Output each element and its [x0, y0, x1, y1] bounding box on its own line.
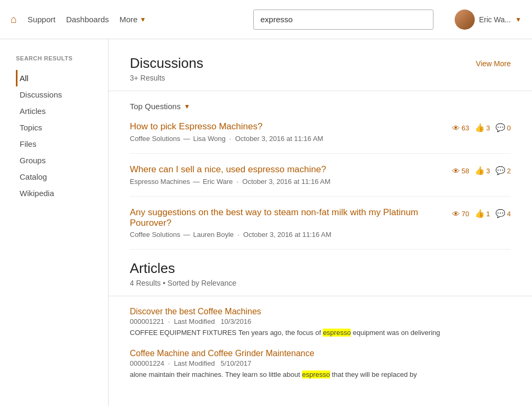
article-title-2[interactable]: Coffee Machine and Coffee Grinder Mainte… [130, 349, 314, 358]
article-title-1[interactable]: Discover the best Coffee Machines [130, 307, 261, 316]
discussion-title-3[interactable]: Any suggestions on the best way to steam… [130, 207, 441, 228]
eye-icon-2: 👁 [452, 166, 460, 175]
likes-count-3: 1 [486, 210, 490, 218]
discussion-title-2[interactable]: Where can I sell a nice, used espresso m… [130, 164, 441, 175]
filter-label[interactable]: Top Questions [130, 102, 181, 111]
avatar [455, 10, 475, 30]
article-modified-date-1: 10/3/2016 [220, 317, 251, 325]
home-icon[interactable]: ⌂ [11, 13, 17, 25]
sidebar-item-wikipedia[interactable]: Wikipedia [16, 185, 97, 201]
thumb-icon-1: 👍 [475, 123, 485, 133]
snippet-after-1: equipment was on delivering [351, 329, 440, 337]
articles-count: 4 Results • Sorted by Relevance [130, 279, 511, 287]
views-count-3: 70 [462, 210, 469, 218]
views-count-2: 58 [462, 167, 469, 175]
chat-icon-3: 💬 [495, 209, 506, 218]
likes-stat-1: 👍 3 [475, 123, 490, 133]
views-count-1: 63 [462, 124, 469, 132]
eye-icon-1: 👁 [452, 123, 460, 133]
articles-section: Articles 4 Results • Sorted by Relevance… [130, 260, 511, 379]
discussion-date-1: October 3, 2016 at 11:16 AM [235, 135, 323, 143]
nav-dashboards[interactable]: Dashboards [66, 15, 109, 24]
filter-row[interactable]: Top Questions ▼ [130, 102, 511, 111]
discussion-stats-1: 👁 63 👍 3 💬 0 [452, 121, 511, 133]
discussion-category-2: Espresso Machines [130, 178, 190, 186]
thumb-icon-3: 👍 [475, 209, 485, 218]
discussion-stats-2: 👁 58 👍 3 💬 2 [452, 164, 511, 175]
sidebar-item-catalog[interactable]: Catalog [16, 169, 97, 185]
nav-support[interactable]: Support [28, 15, 56, 24]
header-nav: ⌂ Support Dashboards More ▼ [11, 13, 233, 25]
views-stat-3: 👁 70 [452, 209, 469, 218]
discussion-meta-3: Coffee Solutions — Lauren Boyle · Octobe… [130, 231, 511, 239]
snippet-highlight-2: espresso [302, 370, 330, 378]
sidebar-item-topics[interactable]: Topics [16, 119, 97, 136]
snippet-before-2: alone maintain their machines. They lear… [130, 370, 302, 378]
comments-count-3: 4 [507, 210, 511, 218]
snippet-before-1: COFFEE EQUIPMENT FIXTURES Ten years ago,… [130, 329, 323, 337]
filter-arrow[interactable]: ▼ [184, 103, 190, 110]
article-id-2: 000001224 [130, 359, 164, 367]
sidebar-item-groups[interactable]: Groups [16, 152, 97, 169]
discussion-author-1: Lisa Wong [193, 135, 225, 143]
sidebar-title: SEARCH RESULTS [16, 55, 97, 61]
article-modified-label-1: Last Modified [174, 317, 215, 325]
discussion-date-2: October 3, 2016 at 11:16 AM [242, 178, 330, 186]
discussion-category-1: Coffee Solutions [130, 135, 180, 143]
sidebar-item-discussions[interactable]: Discussions [16, 86, 97, 103]
likes-stat-3: 👍 1 [475, 209, 490, 218]
snippet-highlight-1: espresso [323, 329, 351, 337]
nav-more[interactable]: More ▼ [120, 15, 146, 24]
comments-count-2: 2 [507, 167, 511, 175]
discussions-title: Discussions [130, 55, 203, 72]
snippet-after-2: that they will be replaced by [330, 370, 417, 378]
sidebar-item-articles[interactable]: Articles [16, 103, 97, 119]
sidebar-item-all[interactable]: All [16, 70, 97, 86]
article-item-2: Coffee Machine and Coffee Grinder Mainte… [130, 349, 511, 380]
search-input[interactable] [253, 10, 433, 30]
discussion-item-3: Any suggestions on the best way to steam… [130, 207, 511, 250]
discussion-row-2: Where can I sell a nice, used espresso m… [130, 164, 511, 175]
nav-more-arrow: ▼ [140, 16, 146, 23]
article-item-1: Discover the best Coffee Machines 000001… [130, 307, 511, 338]
discussion-item: How to pick Espresso Machines? 👁 63 👍 3 … [130, 121, 511, 154]
article-modified-date-2: 5/10/2017 [220, 359, 251, 367]
view-more-link[interactable]: View More [476, 55, 511, 68]
article-meta-1: 000001221 · Last Modified 10/3/2016 [130, 317, 511, 325]
thumb-icon-2: 👍 [475, 166, 485, 175]
discussion-meta-1: Coffee Solutions — Lisa Wong · October 3… [130, 135, 511, 143]
discussions-divider [109, 91, 532, 91]
discussion-title-1[interactable]: How to pick Espresso Machines? [130, 121, 441, 132]
discussion-row-3: Any suggestions on the best way to steam… [130, 207, 511, 228]
likes-count-2: 3 [486, 167, 490, 175]
comments-stat-2: 💬 2 [495, 166, 511, 175]
sidebar-item-files[interactable]: Files [16, 136, 97, 152]
article-snippet-1: COFFEE EQUIPMENT FIXTURES Ten years ago,… [130, 328, 511, 338]
content: Discussions View More 3+ Results Top Que… [109, 39, 532, 406]
likes-stat-2: 👍 3 [475, 166, 490, 175]
eye-icon-3: 👁 [452, 209, 460, 218]
discussion-row-1: How to pick Espresso Machines? 👁 63 👍 3 … [130, 121, 511, 133]
likes-count-1: 3 [486, 124, 490, 132]
user-dropdown-arrow: ▼ [515, 16, 521, 23]
discussions-count: 3+ Results [130, 74, 511, 82]
article-modified-label-2: Last Modified [174, 359, 215, 367]
comments-stat-3: 💬 4 [495, 209, 511, 218]
discussions-header: Discussions View More [130, 55, 511, 72]
articles-title: Articles [130, 260, 175, 277]
discussion-author-3: Lauren Boyle [193, 231, 234, 239]
discussion-author-2: Eric Ware [203, 178, 233, 186]
views-stat-1: 👁 63 [452, 123, 469, 133]
search-box-wrap [233, 10, 455, 30]
chat-icon-2: 💬 [495, 166, 506, 175]
main-layout: SEARCH RESULTS All Discussions Articles … [0, 39, 532, 406]
sidebar-items: All Discussions Articles Topics Files Gr… [16, 70, 97, 201]
header: ⌂ Support Dashboards More ▼ Eric Wa... ▼ [0, 0, 532, 39]
article-snippet-2: alone maintain their machines. They lear… [130, 369, 511, 380]
user-area[interactable]: Eric Wa... ▼ [455, 10, 521, 30]
avatar-image [455, 10, 475, 30]
discussion-date-3: October 3, 2016 at 11:16 AM [243, 231, 331, 239]
discussion-item-2: Where can I sell a nice, used espresso m… [130, 164, 511, 197]
nav-more-label: More [120, 15, 138, 24]
sidebar: SEARCH RESULTS All Discussions Articles … [0, 39, 109, 406]
